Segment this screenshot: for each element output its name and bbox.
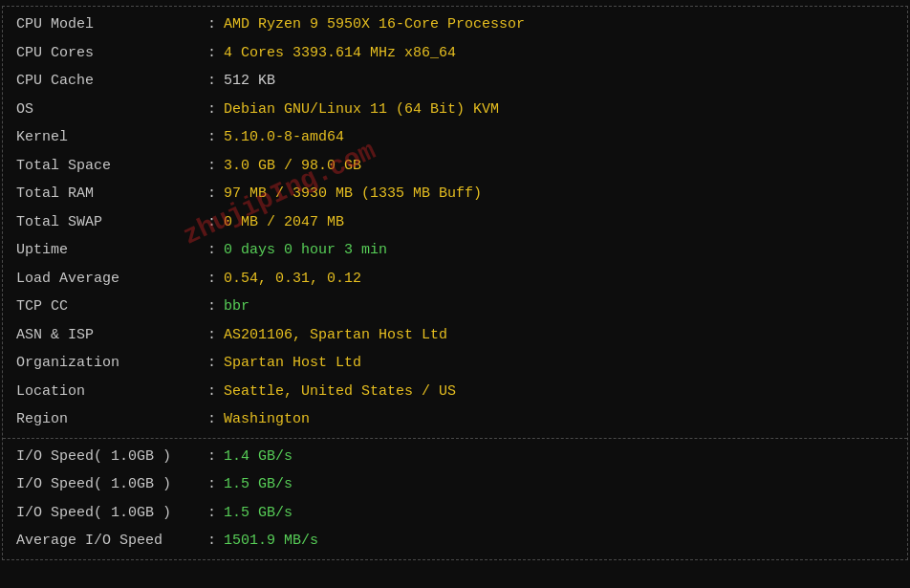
colon-tcp-cc: : xyxy=(207,294,216,319)
value-uptime: 0 days 0 hour 3 min xyxy=(224,238,387,263)
label-load-average: Load Average xyxy=(16,267,207,292)
label-avg-io-speed: Average I/O Speed xyxy=(16,529,207,554)
colon-io-speed-1: : xyxy=(207,445,216,469)
row-avg-io-speed: Average I/O Speed: 1501.9 MB/s xyxy=(16,527,894,555)
label-cpu-cores: CPU Cores xyxy=(16,41,207,66)
colon-kernel: : xyxy=(207,125,216,150)
value-io-speed-1: 1.4 GB/s xyxy=(224,445,292,469)
colon-cpu-cores: : xyxy=(207,41,216,66)
label-uptime: Uptime xyxy=(16,238,207,263)
label-region: Region xyxy=(16,407,207,432)
label-io-speed-1: I/O Speed( 1.0GB ) xyxy=(16,445,207,469)
row-organization: Organization: Spartan Host Ltd xyxy=(16,349,894,378)
colon-io-speed-2: : xyxy=(207,472,216,497)
colon-io-speed-3: : xyxy=(207,501,216,526)
colon-cpu-model: : xyxy=(207,12,216,37)
label-tcp-cc: TCP CC xyxy=(16,294,207,319)
row-cpu-cache: CPU Cache: 512 KB xyxy=(16,67,894,96)
value-region: Washington xyxy=(224,407,310,432)
row-total-ram: Total RAM: 97 MB / 3930 MB (1335 MB Buff… xyxy=(16,180,894,208)
colon-organization: : xyxy=(207,351,216,376)
value-location: Seattle, United States / US xyxy=(224,380,456,404)
value-total-space: 3.0 GB / 98.0 GB xyxy=(224,154,361,179)
label-total-swap: Total SWAP xyxy=(16,210,207,235)
value-total-swap: 0 MB / 2047 MB xyxy=(224,210,344,235)
value-total-ram: 97 MB / 3930 MB (1335 MB Buff) xyxy=(224,182,482,207)
value-load-average: 0.54, 0.31, 0.12 xyxy=(224,267,361,292)
value-cpu-cores: 4 Cores 3393.614 MHz x86_64 xyxy=(224,41,456,66)
row-cpu-cores: CPU Cores: 4 Cores 3393.614 MHz x86_64 xyxy=(16,39,894,68)
value-avg-io-speed: 1501.9 MB/s xyxy=(224,529,318,554)
value-organization: Spartan Host Ltd xyxy=(224,351,361,376)
label-asn-isp: ASN & ISP xyxy=(16,323,207,348)
row-region: Region: Washington xyxy=(16,405,894,434)
label-cpu-cache: CPU Cache xyxy=(16,69,207,94)
row-asn-isp: ASN & ISP: AS201106, Spartan Host Ltd xyxy=(16,321,894,350)
row-io-speed-1: I/O Speed( 1.0GB ): 1.4 GB/s xyxy=(16,443,894,471)
colon-load-average: : xyxy=(207,267,216,292)
label-os: OS xyxy=(16,98,207,122)
row-load-average: Load Average: 0.54, 0.31, 0.12 xyxy=(16,265,894,294)
row-total-space: Total Space: 3.0 GB / 98.0 GB xyxy=(16,152,894,181)
label-total-space: Total Space xyxy=(16,154,207,179)
row-tcp-cc: TCP CC: bbr xyxy=(16,293,894,321)
row-cpu-model: CPU Model: AMD Ryzen 9 5950X 16-Core Pro… xyxy=(16,11,894,39)
row-uptime: Uptime: 0 days 0 hour 3 min xyxy=(16,236,894,265)
colon-os: : xyxy=(207,98,216,122)
value-io-speed-3: 1.5 GB/s xyxy=(224,501,292,526)
value-os: Debian GNU/Linux 11 (64 Bit) KVM xyxy=(224,98,499,122)
colon-uptime: : xyxy=(207,238,216,263)
colon-region: : xyxy=(207,407,216,432)
label-io-speed-3: I/O Speed( 1.0GB ) xyxy=(16,501,207,526)
label-total-ram: Total RAM xyxy=(16,182,207,207)
colon-location: : xyxy=(207,380,216,404)
colon-total-swap: : xyxy=(207,210,216,235)
row-os: OS: Debian GNU/Linux 11 (64 Bit) KVM xyxy=(16,96,894,124)
colon-total-space: : xyxy=(207,154,216,179)
io-info-section: I/O Speed( 1.0GB ): 1.4 GB/sI/O Speed( 1… xyxy=(3,439,907,559)
value-cpu-model: AMD Ryzen 9 5950X 16-Core Processor xyxy=(224,12,525,37)
colon-avg-io-speed: : xyxy=(207,529,216,554)
colon-asn-isp: : xyxy=(207,323,216,348)
value-tcp-cc: bbr xyxy=(224,294,249,319)
row-io-speed-3: I/O Speed( 1.0GB ): 1.5 GB/s xyxy=(16,499,894,528)
colon-cpu-cache: : xyxy=(207,69,216,94)
outer-border: zhujipIng.com CPU Model: AMD Ryzen 9 595… xyxy=(2,6,908,560)
label-io-speed-2: I/O Speed( 1.0GB ) xyxy=(16,472,207,497)
row-location: Location: Seattle, United States / US xyxy=(16,378,894,406)
value-kernel: 5.10.0-8-amd64 xyxy=(224,125,344,150)
row-io-speed-2: I/O Speed( 1.0GB ): 1.5 GB/s xyxy=(16,470,894,499)
label-cpu-model: CPU Model xyxy=(16,12,207,37)
value-asn-isp: AS201106, Spartan Host Ltd xyxy=(224,323,447,348)
colon-total-ram: : xyxy=(207,182,216,207)
row-kernel: Kernel: 5.10.0-8-amd64 xyxy=(16,123,894,152)
value-io-speed-2: 1.5 GB/s xyxy=(224,472,292,497)
label-kernel: Kernel xyxy=(16,125,207,150)
label-organization: Organization xyxy=(16,351,207,376)
main-container: zhujipIng.com CPU Model: AMD Ryzen 9 595… xyxy=(0,0,910,566)
label-location: Location xyxy=(16,380,207,404)
system-info-section: CPU Model: AMD Ryzen 9 5950X 16-Core Pro… xyxy=(3,7,907,438)
row-total-swap: Total SWAP: 0 MB / 2047 MB xyxy=(16,208,894,237)
value-cpu-cache: 512 KB xyxy=(224,69,275,94)
